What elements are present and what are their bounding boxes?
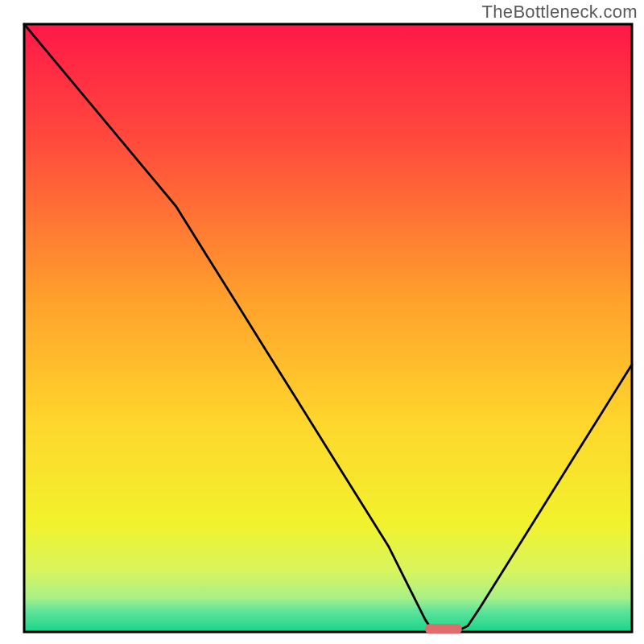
watermark-text: TheBottleneck.com [482,2,638,23]
plot-background [24,24,632,632]
chart-frame: TheBottleneck.com [0,0,644,644]
optimum-marker [425,624,461,634]
bottleneck-chart [0,0,644,644]
